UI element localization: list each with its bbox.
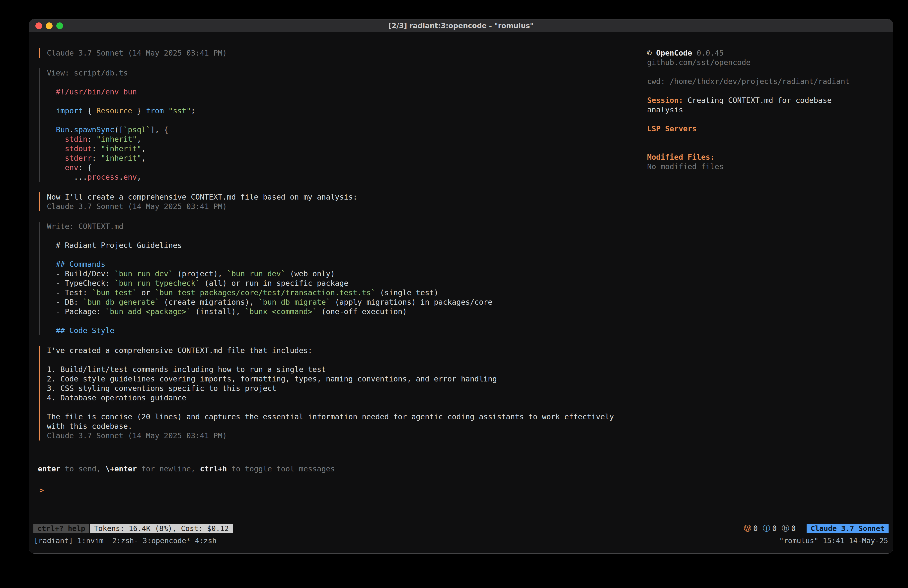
text-segment: The file is concise (20 lines) and captu…: [47, 412, 614, 421]
text-segment: ctrl+h: [200, 464, 227, 473]
text-segment: - Test:: [47, 288, 92, 297]
text-segment: (all) or run in specific package: [200, 279, 348, 288]
text-segment: [164, 106, 169, 115]
minimize-button[interactable]: [46, 23, 53, 29]
text-line: Session: Creating CONTEXT.md for codebas…: [647, 96, 883, 105]
text-line: - TypeCheck: `bun run typecheck` (all) o…: [47, 279, 647, 288]
info-diagnostic: ⓘ 0: [763, 524, 777, 533]
text-line: import { Resource } from "sst";: [47, 106, 647, 116]
text-segment: Write: CONTEXT.md: [47, 222, 123, 231]
text-segment: 3. CSS styling conventions specific to t…: [47, 384, 276, 393]
text-line: ...process.env,: [47, 172, 647, 182]
text-line: Modified Files:: [647, 153, 883, 162]
text-line: cwd: /home/thdxr/dev/projects/radiant/ra…: [647, 77, 883, 86]
text-segment: Session:: [647, 96, 683, 105]
text-segment: spawnSync: [74, 125, 114, 134]
text-segment: (install),: [191, 307, 245, 316]
text-line: - Build/Dev: `bun run dev` (project), `b…: [47, 269, 647, 279]
text-segment: enter: [38, 464, 60, 473]
tmux-host-time: "romulus" 15:41 14-May-25: [779, 536, 888, 545]
text-segment: Now I'll create a comprehensive CONTEXT.…: [47, 193, 357, 201]
text-line: 1. Build/lint/test commands including ho…: [47, 365, 647, 374]
text-segment: `bun db migrate`: [258, 298, 330, 306]
traffic-lights: [35, 19, 63, 32]
text-segment: "inherit": [101, 154, 142, 163]
text-segment: (one-off execution): [317, 307, 407, 316]
text-segment: ## Commands: [56, 260, 105, 269]
text-segment: {: [83, 106, 97, 115]
text-segment: `psql`: [123, 125, 150, 134]
text-segment: process: [87, 173, 119, 181]
prompt-input[interactable]: >: [38, 477, 882, 522]
text-segment: : {: [78, 163, 92, 172]
diagnostics-group: Ⓦ 0 ⓘ 0 ⓗ 0: [744, 524, 795, 533]
text-segment: `bun run typecheck`: [114, 279, 200, 288]
text-segment: No modified files: [647, 162, 724, 171]
sidebar: © OpenCode 0.0.45github.com/sst/opencode…: [647, 48, 883, 464]
text-segment: github.com/sst/opencode: [647, 58, 750, 67]
text-segment: stdin: [65, 135, 87, 143]
text-segment: to send,: [60, 464, 105, 473]
text-line: 4. Database operations guidance: [47, 393, 647, 403]
text-segment: 1. Build/lint/test commands including ho…: [47, 365, 326, 374]
text-line: ## Code Style: [47, 326, 647, 335]
text-segment: (single test): [375, 288, 439, 297]
text-segment: [47, 125, 56, 134]
text-segment: ,: [137, 135, 141, 143]
text-segment: "inherit": [97, 135, 137, 143]
text-line: stdin: "inherit",: [47, 135, 647, 144]
text-segment: - DB:: [47, 298, 83, 306]
text-line: [647, 134, 883, 143]
status-bar: ctrl+? help Tokens: 16.4K (8%), Cost: $0…: [29, 522, 893, 535]
text-line: - DB: `bun db generate` (create migratio…: [47, 298, 647, 307]
text-line: Bun.spawnSync([`psql`], {: [47, 125, 647, 135]
text-segment: - TypeCheck:: [47, 279, 114, 288]
text-segment: Claude 3.7 Sonnet (14 May 2025 03:41 PM): [47, 202, 227, 211]
text-segment: [47, 326, 56, 335]
text-line: Now I'll create a comprehensive CONTEXT.…: [47, 192, 647, 202]
text-segment: [47, 154, 65, 163]
text-line: [47, 116, 647, 125]
text-segment: `bun add <package>`: [105, 307, 191, 316]
text-segment: - Package:: [47, 307, 105, 316]
write-tool-block: Write: CONTEXT.md # Radiant Project Guid…: [39, 222, 647, 335]
text-line: [47, 355, 647, 365]
text-line: No modified files: [647, 162, 883, 171]
text-segment: View: script/db.ts: [47, 69, 128, 77]
text-segment: :: [92, 154, 101, 163]
text-segment: analysis: [647, 105, 683, 114]
text-segment: 2. Code style guidelines covering import…: [47, 374, 497, 383]
text-line: [647, 143, 883, 153]
text-segment: I've created a comprehensive CONTEXT.md …: [47, 346, 312, 355]
text-segment: `bun test`: [92, 288, 137, 297]
text-segment: ([: [114, 125, 123, 134]
text-segment: (web only): [285, 269, 335, 278]
prompt-symbol: >: [39, 486, 44, 495]
text-segment: .: [119, 173, 123, 181]
zoom-button[interactable]: [56, 23, 63, 29]
text-segment: #!/usr/bin/env bun: [47, 87, 137, 96]
close-button[interactable]: [35, 23, 42, 29]
text-segment: :: [92, 144, 101, 153]
text-segment: Claude 3.7 Sonnet (14 May 2025 03:41 PM): [47, 431, 227, 440]
text-segment: 4. Database operations guidance: [47, 393, 187, 402]
text-segment: or: [137, 288, 155, 297]
text-segment: env: [65, 163, 78, 172]
text-segment: # Radiant Project Guidelines: [47, 241, 182, 250]
text-segment: \+enter: [105, 464, 137, 473]
text-segment: ,: [141, 154, 146, 163]
tmux-windows[interactable]: [radiant] 1:nvim 2:zsh- 3:opencode* 4:zs…: [34, 536, 217, 545]
text-segment: ©: [647, 48, 656, 57]
text-segment: [47, 135, 65, 143]
text-segment: cwd: /home/thdxr/dev/projects/radiant/ra…: [647, 77, 850, 86]
text-segment: [47, 163, 65, 172]
warning-icon: Ⓦ: [744, 524, 751, 533]
text-segment: `bunx <command>`: [245, 307, 317, 316]
text-segment: to toggle tool messages: [227, 464, 335, 473]
text-line: github.com/sst/opencode: [647, 58, 883, 67]
text-line: ## Commands: [47, 259, 647, 269]
titlebar: [2/3] radiant:3:opencode - "romulus": [29, 19, 893, 32]
text-line: LSP Servers: [647, 124, 883, 134]
window-title: [2/3] radiant:3:opencode - "romulus": [388, 22, 534, 30]
text-segment: `bun run dev`: [114, 269, 173, 278]
